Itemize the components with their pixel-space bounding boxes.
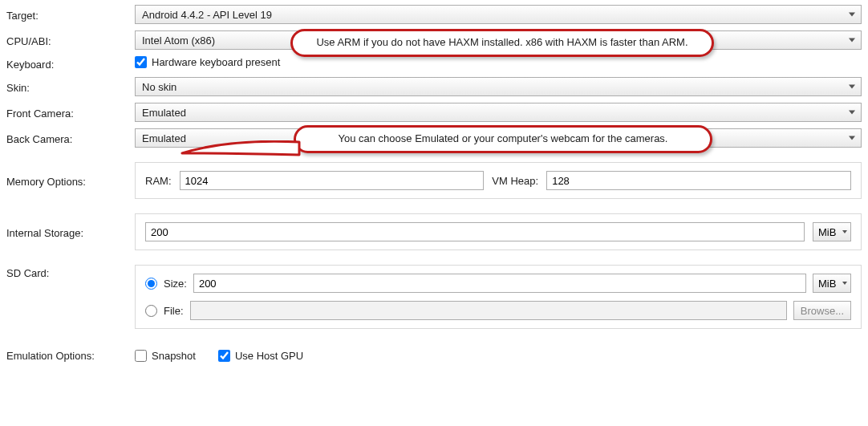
hardware-keyboard-label: Hardware keyboard present [152, 56, 280, 68]
label-sdcard: SD Card: [6, 265, 135, 279]
sd-size-radio[interactable] [145, 278, 157, 290]
label-front-camera: Front Camera: [6, 105, 135, 120]
use-host-gpu-label: Use Host GPU [235, 350, 303, 362]
label-skin: Skin: [6, 79, 135, 94]
label-emu-options: Emulation Options: [6, 347, 135, 362]
callout-camera: You can choose Emulated or your computer… [294, 125, 712, 153]
sd-file-radio[interactable] [145, 305, 157, 317]
label-memory: Memory Options: [6, 173, 135, 188]
internal-storage-input[interactable] [145, 222, 805, 241]
label-internal-storage: Internal Storage: [6, 225, 135, 239]
label-back-camera: Back Camera: [6, 131, 135, 145]
skin-select[interactable] [135, 77, 862, 96]
label-vmheap: VM Heap: [492, 175, 538, 187]
label-sd-file: File: [164, 305, 184, 317]
target-select[interactable] [135, 5, 862, 24]
sd-file-input [190, 301, 787, 320]
snapshot-label: Snapshot [152, 350, 196, 362]
vmheap-input[interactable] [546, 171, 851, 190]
sd-size-unit-select[interactable] [813, 274, 851, 293]
front-camera-select[interactable] [135, 103, 862, 122]
label-sd-size: Size: [164, 278, 187, 290]
use-host-gpu-checkbox[interactable] [218, 350, 230, 362]
label-target: Target: [6, 7, 135, 22]
label-cpu: CPU/ABI: [6, 33, 135, 47]
browse-button: Browse... [793, 301, 851, 320]
callout-cpu: Use ARM if you do not have HAXM installe… [290, 29, 714, 57]
sdcard-fieldset: Size: File: Browse... [135, 265, 862, 329]
snapshot-checkbox[interactable] [135, 350, 147, 362]
label-keyboard: Keyboard: [6, 56, 135, 71]
internal-storage-fieldset [135, 213, 862, 250]
sd-size-input[interactable] [193, 274, 806, 293]
ram-input[interactable] [180, 171, 485, 190]
internal-storage-unit-select[interactable] [813, 222, 851, 241]
label-ram: RAM: [145, 175, 172, 187]
hardware-keyboard-checkbox[interactable] [135, 56, 147, 68]
